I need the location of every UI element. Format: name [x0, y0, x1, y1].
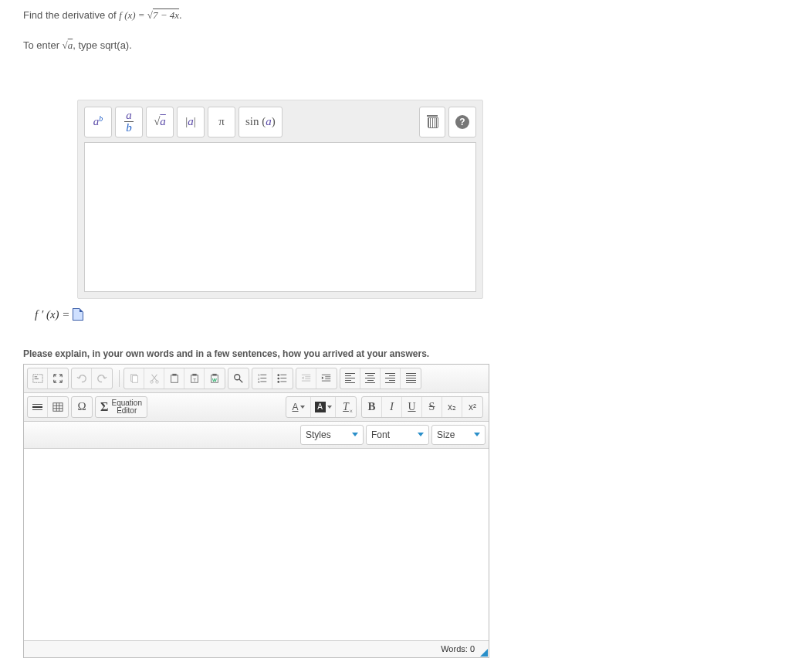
redo-button[interactable] [92, 368, 112, 389]
search-icon [233, 373, 244, 384]
separator [119, 370, 120, 387]
svg-point-25 [277, 377, 279, 379]
rte-content-area[interactable] [24, 449, 489, 640]
hr-icon [32, 404, 42, 410]
paste-icon [169, 373, 180, 384]
cut-button[interactable] [144, 368, 164, 389]
paste-button[interactable] [164, 368, 184, 389]
cut-icon [149, 373, 160, 384]
styles-label: Styles [306, 429, 331, 440]
question-prefix: Find the derivative of [23, 9, 119, 21]
clear-format-button[interactable]: T [336, 397, 356, 417]
resize-handle[interactable] [480, 649, 488, 657]
equation-placeholder-icon[interactable] [73, 308, 83, 321]
fraction-button[interactable]: a b [115, 107, 143, 137]
bold-button[interactable]: B [362, 397, 382, 417]
align-right-button[interactable] [381, 368, 401, 389]
explain-prompt: Please explain, in your own words and in… [23, 348, 789, 359]
table-button[interactable] [48, 397, 68, 417]
underline-icon: U [408, 401, 415, 413]
svg-rect-2 [34, 378, 38, 379]
hr-button[interactable] [28, 397, 48, 417]
outdent-button[interactable] [296, 368, 316, 389]
svg-rect-30 [305, 376, 310, 377]
question-period: . [179, 9, 182, 21]
indent-button[interactable] [316, 368, 337, 389]
equation-editor-button[interactable]: Σ Equation Editor [95, 396, 147, 418]
subscript-button[interactable]: x₂ [442, 397, 462, 417]
size-select[interactable]: Size [431, 425, 486, 445]
align-center-button[interactable] [360, 368, 381, 389]
svg-point-23 [277, 374, 279, 376]
bullet-list-button[interactable] [272, 368, 293, 389]
svg-line-16 [239, 378, 242, 382]
subscript-icon: x₂ [448, 402, 456, 412]
font-select[interactable]: Font [366, 425, 429, 445]
source-button[interactable] [28, 368, 48, 389]
styles-select[interactable]: Styles [300, 425, 364, 445]
italic-icon: I [390, 400, 394, 413]
help-icon: ? [455, 115, 469, 129]
numbered-list-icon: 123 [257, 373, 268, 384]
caret-icon [418, 433, 424, 436]
paste-text-button[interactable]: T [184, 368, 205, 389]
pi-button[interactable]: π [208, 107, 235, 137]
copy-icon [129, 373, 140, 384]
paste-text-icon: T [189, 373, 200, 384]
frac-denominator: b [124, 122, 134, 134]
svg-rect-10 [192, 373, 196, 375]
table-icon [52, 402, 63, 412]
align-left-button[interactable] [340, 368, 360, 389]
sigma-icon: Σ [100, 400, 108, 414]
svg-rect-32 [301, 380, 310, 381]
align-left-icon [345, 373, 355, 383]
abs-button[interactable]: |a| [177, 107, 205, 137]
bullet-list-icon [277, 373, 288, 384]
align-center-icon [365, 373, 375, 383]
word-count: Words: 0 [441, 644, 475, 653]
rte-toolbar-row2: Ω Σ Equation Editor A A T B I U [24, 393, 489, 422]
underline-button[interactable]: U [402, 397, 422, 417]
svg-text:T: T [193, 376, 196, 382]
help-button[interactable]: ? [448, 107, 476, 137]
sqrt-button[interactable]: √a [146, 107, 174, 137]
paste-word-button[interactable]: W [205, 368, 225, 389]
align-justify-button[interactable] [401, 368, 421, 389]
sqrt-arg: a [160, 115, 166, 128]
svg-rect-31 [305, 378, 310, 379]
omega-icon: Ω [77, 400, 86, 413]
copy-button[interactable] [124, 368, 144, 389]
exponent-button[interactable]: ab [84, 107, 112, 137]
special-char-button[interactable]: Ω [72, 397, 92, 417]
answer-line: f ′ (x) = [35, 308, 789, 321]
undo-button[interactable] [72, 368, 92, 389]
svg-rect-28 [280, 381, 286, 382]
strike-button[interactable]: S [422, 397, 442, 417]
bg-color-button[interactable]: A [311, 397, 336, 417]
superscript-button[interactable]: x² [462, 397, 482, 417]
indent-icon [321, 373, 332, 384]
find-button[interactable] [228, 368, 249, 389]
svg-rect-24 [280, 374, 286, 375]
size-label: Size [437, 429, 455, 440]
equation-input-area[interactable] [84, 142, 476, 292]
text-color-button[interactable]: A [286, 397, 311, 417]
redo-icon [96, 373, 107, 384]
answer-lhs: f ′ (x) = [35, 308, 69, 321]
maximize-icon [52, 373, 63, 384]
svg-point-15 [235, 374, 240, 379]
hint-prefix: To enter [23, 39, 63, 51]
trash-button[interactable] [419, 107, 445, 137]
hint-suffix: , type sqrt(a). [73, 39, 132, 51]
svg-point-27 [277, 381, 279, 383]
eq-editor-label: Equation Editor [111, 399, 141, 415]
svg-rect-7 [171, 375, 178, 382]
trig-button[interactable]: sin (a) [239, 107, 283, 137]
rich-text-editor: T W 123 [23, 364, 489, 658]
italic-button[interactable]: I [382, 397, 402, 417]
numbered-list-button[interactable]: 123 [252, 368, 272, 389]
trig-suffix: ) [272, 115, 276, 128]
exp-sup: b [99, 114, 103, 123]
question-text: Find the derivative of f (x) = √7 − 4x. … [23, 8, 789, 53]
maximize-button[interactable] [48, 368, 68, 389]
